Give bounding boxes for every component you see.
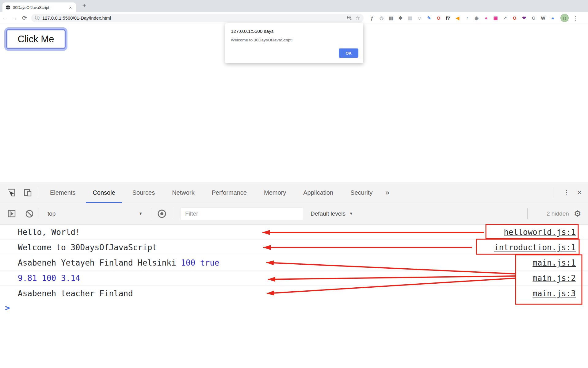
- extension-bell-icon[interactable]: ♦: [481, 13, 491, 23]
- tab-memory[interactable]: Memory: [255, 182, 295, 203]
- extension-eyedropper-icon[interactable]: ✎: [424, 13, 434, 23]
- tab-console[interactable]: Console: [84, 182, 124, 203]
- browser-tab[interactable]: 30DaysOfJavaScript ×: [2, 2, 76, 12]
- console-sidebar-toggle-icon[interactable]: [7, 209, 17, 219]
- console-prompt-row[interactable]: >: [0, 301, 588, 316]
- extension-grid-icon[interactable]: ▦: [405, 13, 415, 23]
- url-text[interactable]: 127.0.0.1:5500/01-Day/index.html: [42, 16, 111, 21]
- log-levels-dropdown[interactable]: Default levels ▼: [311, 210, 376, 217]
- click-me-button[interactable]: Click Me: [6, 29, 66, 49]
- console-output: Hello, World! helloworld.js:1 Welcome to…: [0, 224, 588, 316]
- divider: [39, 208, 39, 219]
- device-toolbar-icon[interactable]: [23, 188, 32, 197]
- chevron-down-icon: ▼: [349, 211, 353, 216]
- log-value: 100 true: [181, 258, 219, 267]
- tab-security[interactable]: Security: [342, 182, 381, 203]
- favicon-globe-icon: [6, 5, 10, 10]
- extension-megaphone-icon[interactable]: ◀: [453, 13, 462, 23]
- extension-bug-icon[interactable]: ✱: [396, 13, 405, 23]
- divider: [553, 187, 553, 198]
- console-prompt-chevron-icon: >: [5, 303, 10, 312]
- extension-opera-icon[interactable]: O: [434, 13, 443, 23]
- log-text: Welcome to 30DaysOfJavaScript: [18, 243, 157, 252]
- browser-menu-icon[interactable]: ⋮: [572, 15, 579, 21]
- extension-atom-icon[interactable]: ◎: [377, 13, 386, 23]
- source-link[interactable]: main.js:1: [533, 255, 576, 270]
- console-log-row: Asabeneh Yetayeh Finland Helsinki 100 tr…: [0, 255, 588, 270]
- log-text: Hello, World!: [18, 228, 80, 237]
- tab-network[interactable]: Network: [163, 182, 203, 203]
- chevron-down-icon: ▼: [139, 211, 147, 216]
- log-value: 9.81 100 3.14: [18, 274, 80, 283]
- console-log-row: 9.81 100 3.14 main.js:2: [0, 270, 588, 286]
- source-link[interactable]: helloworld.js:1: [504, 224, 576, 240]
- tab-sources[interactable]: Sources: [124, 182, 163, 203]
- console-log-row: Welcome to 30DaysOfJavaScript introducti…: [0, 240, 588, 255]
- source-link[interactable]: main.js:3: [533, 286, 576, 301]
- more-tabs-icon[interactable]: »: [381, 188, 394, 197]
- log-text: Asabeneh Yetayeh Finland Helsinki: [18, 258, 181, 267]
- divider: [152, 208, 152, 219]
- back-button[interactable]: ←: [0, 15, 10, 21]
- context-label: top: [48, 210, 55, 217]
- extension-emoji-icon[interactable]: ☺: [415, 13, 424, 23]
- tab-performance[interactable]: Performance: [203, 182, 256, 203]
- site-info-icon[interactable]: ⓘ: [35, 15, 40, 21]
- new-tab-button[interactable]: +: [80, 1, 89, 10]
- alert-title: 127.0.0.1:5500 says: [231, 29, 274, 34]
- extension-fx-icon[interactable]: ƒ: [367, 13, 377, 23]
- extension-share-icon[interactable]: ↗: [500, 13, 510, 23]
- source-link[interactable]: main.js:2: [533, 270, 576, 286]
- bookmark-star-icon[interactable]: ☆: [356, 15, 360, 21]
- javascript-context-dropdown[interactable]: top ▼: [43, 210, 147, 217]
- devtools-menu-icon[interactable]: ⋮: [558, 189, 575, 197]
- clear-console-icon[interactable]: [25, 209, 34, 219]
- tab-strip: 30DaysOfJavaScript × +: [0, 0, 588, 12]
- devtools-panel: Elements Console Sources Network Perform…: [0, 182, 588, 368]
- extension-f-question-icon[interactable]: f?: [443, 13, 453, 23]
- divider: [527, 208, 528, 219]
- extension-lens-icon[interactable]: ◔: [462, 13, 472, 23]
- tab-close-icon[interactable]: ×: [68, 5, 73, 10]
- tab-application[interactable]: Application: [295, 182, 342, 203]
- inspect-element-icon[interactable]: [7, 188, 16, 197]
- zoom-icon[interactable]: [347, 15, 352, 21]
- log-levels-label: Default levels: [311, 210, 346, 217]
- console-log-row: Hello, World! helloworld.js:1: [0, 224, 588, 240]
- console-log-row: Asabeneh teacher Finland main.js:3: [0, 286, 588, 301]
- live-expression-eye-icon[interactable]: [156, 208, 167, 219]
- console-filter-input[interactable]: [181, 207, 303, 220]
- console-toolbar: top ▼ Default levels ▼ 2 hidden ⚙: [0, 203, 588, 224]
- alert-dialog: 127.0.0.1:5500 says Welcome to 30DaysOfJ…: [225, 23, 363, 63]
- source-link[interactable]: introduction.js:1: [494, 240, 576, 255]
- divider: [172, 208, 172, 219]
- divider: [37, 187, 37, 198]
- browser-window: 30DaysOfJavaScript × + ← → ⟳ ⓘ 127.0.0.1…: [0, 0, 588, 368]
- console-settings-gear-icon[interactable]: ⚙: [574, 209, 581, 219]
- extension-shield-icon[interactable]: O: [510, 13, 519, 23]
- extension-pause-icon[interactable]: ▮▮: [386, 13, 396, 23]
- extension-g-icon[interactable]: G: [529, 13, 538, 23]
- page-content: Click Me 127.0.0.1:5500 says Welcome to …: [0, 24, 588, 182]
- hidden-messages-badge[interactable]: 2 hidden: [547, 210, 569, 217]
- reload-button[interactable]: ⟳: [20, 14, 29, 21]
- profile-avatar[interactable]: { }: [560, 14, 569, 22]
- extension-w-icon[interactable]: W: [538, 13, 548, 23]
- alert-message: Welcome to 30DaysOfJavaScript!: [231, 38, 293, 42]
- devtools-tab-bar: Elements Console Sources Network Perform…: [0, 182, 588, 203]
- devtools-close-icon[interactable]: ×: [575, 188, 588, 197]
- log-text: Asabeneh teacher Finland: [18, 289, 133, 298]
- extension-heart-search-icon[interactable]: ❤: [519, 13, 529, 23]
- browser-toolbar: ← → ⟳ ⓘ 127.0.0.1:5500/01-Day/index.html…: [0, 12, 588, 24]
- extensions-row: ƒ ◎ ▮▮ ✱ ▦ ☺ ✎ O f? ◀ ◔ ◉ ♦ ▣ ↗ O ❤ G W …: [367, 13, 557, 23]
- tab-title: 30DaysOfJavaScript: [13, 5, 68, 10]
- extension-pink-box-icon[interactable]: ▣: [491, 13, 500, 23]
- extension-camera-icon[interactable]: ◉: [472, 13, 481, 23]
- address-bar[interactable]: ⓘ 127.0.0.1:5500/01-Day/index.html ☆: [31, 14, 364, 22]
- tab-elements[interactable]: Elements: [41, 182, 84, 203]
- extension-color-wheel-icon[interactable]: ◕: [548, 13, 557, 23]
- forward-button[interactable]: →: [10, 15, 20, 21]
- alert-ok-button[interactable]: OK: [339, 48, 358, 58]
